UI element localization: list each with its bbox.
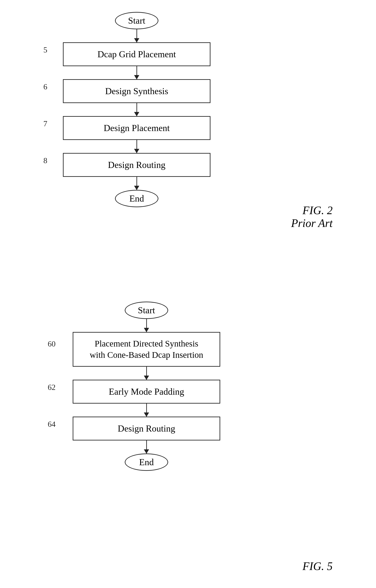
fig2-row2: 6 Design Synthesis [63, 79, 210, 103]
fig5-box62: Early Mode Padding [73, 380, 220, 404]
fig2-start-label: Start [128, 15, 145, 26]
fig2-step3-label: 7 [43, 119, 47, 128]
fig5-end-oval: End [125, 453, 168, 471]
page: Start 5 Dcap Grid Placement 6 Design Syn… [0, 0, 376, 588]
fig5-box60: Placement Directed Synthesiswith Cone-Ba… [73, 332, 220, 367]
fig2-row1: 5 Dcap Grid Placement [63, 42, 210, 66]
fig5-row1: 60 Placement Directed Synthesiswith Cone… [73, 332, 220, 367]
fig5-row2: 62 Early Mode Padding [73, 380, 220, 404]
fig2-box4: Design Routing [63, 153, 210, 177]
fig5-step62-label: 62 [48, 383, 55, 392]
fig2-step1-label: 5 [43, 45, 47, 54]
fig2-box2: Design Synthesis [63, 79, 210, 103]
fig2-caption: FIG. 2 Prior Art [291, 204, 333, 230]
fig2-arrow1 [136, 29, 137, 42]
fig5-arrow3 [146, 404, 147, 417]
fig2-end-label: End [129, 193, 144, 204]
fig2-box1: Dcap Grid Placement [63, 42, 210, 66]
fig5-arrow4 [146, 441, 147, 453]
fig2-arrow2 [136, 66, 137, 79]
fig5-row3: 64 Design Routing [73, 417, 220, 441]
fig5-title: FIG. 5 [303, 560, 333, 573]
fig2-end-oval: End [115, 190, 158, 207]
fig5-arrow1 [146, 319, 147, 332]
fig5-arrow2 [146, 367, 147, 380]
fig2-row4: 8 Design Routing [63, 153, 210, 177]
fig2-arrow3 [136, 103, 137, 116]
fig2-diagram: Start 5 Dcap Grid Placement 6 Design Syn… [0, 12, 239, 207]
fig2-row3: 7 Design Placement [63, 116, 210, 140]
fig5-start-label: Start [138, 305, 155, 315]
fig5-diagram: Start 60 Placement Directed Synthesiswit… [0, 302, 250, 471]
fig2-title: FIG. 2 [291, 204, 333, 217]
fig5-caption: FIG. 5 [303, 560, 333, 573]
fig5-end-label: End [139, 457, 154, 467]
fig5-start-oval: Start [125, 302, 168, 319]
fig2-subtitle: Prior Art [291, 217, 333, 230]
fig5-step60-label: 60 [48, 339, 55, 348]
fig2-step4-label: 8 [43, 156, 47, 165]
fig2-step2-label: 6 [43, 82, 47, 91]
fig2-box3: Design Placement [63, 116, 210, 140]
fig5-box64: Design Routing [73, 417, 220, 441]
fig2-arrow5 [136, 177, 137, 190]
fig5-step64-label: 64 [48, 420, 55, 429]
fig2-arrow4 [136, 140, 137, 153]
fig2-start-oval: Start [115, 12, 158, 29]
